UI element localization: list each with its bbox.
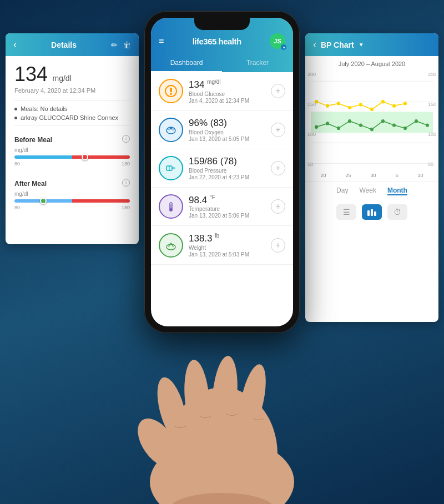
after-meal-unit: mg/dl [14,191,130,197]
svg-rect-35 [170,127,172,129]
after-meal-range: After Meal i mg/dl 80 180 [14,174,130,210]
before-meal-unit: mg/dl [14,147,130,153]
svg-point-10 [359,103,362,106]
clock-view-button[interactable]: ⏱ [387,204,407,220]
tab-day[interactable]: Day [336,187,348,195]
delete-icon[interactable]: 🗑 [123,41,131,49]
left-date: February 4, 2020 at 12:34 PM [14,87,130,94]
left-detail-meals: Meals: No details [14,105,130,112]
temperature-icon [159,194,183,219]
blood-oxygen-info: 96% (83) Blood Oxygen Jan 13, 2020 at 5:… [189,118,265,142]
phone-screen: ≡ life365.health JS ▾ Dashboard Tracker [151,18,293,326]
svg-point-22 [392,123,396,127]
blood-glucose-date: Jan 4, 2020 at 12:34 PM [189,98,265,104]
svg-point-49 [234,362,271,437]
svg-point-23 [403,127,407,130]
time-tabs[interactable]: Day Week Month [305,182,438,200]
right-chart: 20015010050 20015010050 [305,69,438,169]
svg-point-17 [337,127,340,130]
after-meal-label: After Meal [14,180,47,188]
temperature-value: 98.4 °F [189,194,265,206]
user-avatar[interactable]: JS ▾ [270,33,285,49]
svg-point-51 [169,493,275,504]
tab-week[interactable]: Week [359,187,376,195]
weight-label: Weight [189,245,265,251]
svg-point-20 [370,128,374,131]
after-meal-bar [14,199,130,203]
left-header-icons: ✏ 🗑 [111,41,131,49]
list-item: 98.4 °F Temperature Jan 13, 2020 at 5:06… [151,188,293,226]
svg-point-21 [381,119,385,123]
svg-point-16 [326,122,329,125]
svg-point-31 [170,93,172,95]
list-item: 159/86 (78) Blood Pressure Jan 22, 2020 … [151,149,293,188]
phone-body: ≡ life365.health JS ▾ Dashboard Tracker [144,11,300,333]
blood-pressure-add-button[interactable]: + [271,161,285,175]
svg-point-12 [381,100,385,103]
phone-notch [194,18,250,30]
svg-point-43 [170,243,172,245]
x-axis-labels: 202530510 [305,173,438,178]
svg-point-46 [152,374,193,445]
svg-rect-41 [170,204,171,209]
app-nav[interactable]: Dashboard Tracker [151,54,293,72]
svg-rect-30 [170,88,172,92]
weight-add-button[interactable]: + [271,238,285,253]
tab-month[interactable]: Month [387,187,407,195]
blood-pressure-icon [159,156,183,180]
chart-type-buttons[interactable]: ☰ ⏱ [305,200,438,224]
right-panel-title: BP Chart [321,41,354,49]
left-panel: ‹ Details ✏ 🗑 134 mg/dl February 4, 2020… [6,33,139,244]
svg-point-7 [326,104,329,107]
left-value: 134 [14,63,48,85]
edit-icon[interactable]: ✏ [111,41,118,49]
after-meal-ticks: 80 180 [14,205,130,210]
weight-value: 138.3 lb [189,233,265,244]
right-back-button[interactable]: ‹ [313,39,316,51]
list-item: 138.3 lb Weight Jan 13, 2020 at 5:03 PM … [151,226,293,265]
svg-rect-28 [374,211,376,216]
weight-info: 138.3 lb Weight Jan 13, 2020 at 5:03 PM [189,233,265,258]
right-panel-header: ‹ BP Chart ▼ [305,33,438,56]
svg-point-13 [392,104,396,107]
list-item: 134 mg/dl Blood Glucose Jan 4, 2020 at 1… [151,72,293,111]
blood-pressure-value: 159/86 (78) [189,156,265,167]
menu-icon[interactable]: ≡ [159,36,164,46]
temperature-label: Temperature [189,206,265,212]
phone: ≡ life365.health JS ▾ Dashboard Tracker [144,11,300,333]
svg-point-50 [129,411,186,475]
before-meal-bar [14,155,130,159]
temperature-date: Jan 13, 2020 at 5:06 PM [189,213,265,219]
weight-icon [159,233,183,258]
blood-glucose-add-button[interactable]: + [271,84,285,98]
svg-point-19 [359,123,362,127]
before-meal-info-icon[interactable]: i [122,135,130,143]
tab-dashboard[interactable]: Dashboard [151,54,222,72]
svg-point-24 [415,119,418,123]
left-back-button[interactable]: ‹ [13,39,17,51]
blood-oxygen-value: 96% (83) [189,118,265,129]
before-meal-label: Before Meal [14,136,52,144]
bar-chart-button[interactable] [362,204,382,220]
avatar-badge: ▾ [281,44,286,50]
blood-oxygen-add-button[interactable]: + [271,123,285,137]
avatar-initials: JS [274,38,281,44]
blood-pressure-label: Blood Pressure [189,168,265,174]
left-panel-title: Details [51,41,77,49]
weight-date: Jan 13, 2020 at 5:03 PM [189,251,265,258]
svg-point-47 [181,359,213,438]
left-unit: mg/dl [53,74,72,83]
blood-glucose-icon [159,79,183,103]
right-dropdown-arrow[interactable]: ▼ [359,42,364,48]
before-meal-range: Before Meal i mg/dl 80 130 [14,130,130,167]
blood-glucose-label: Blood Glucose [189,91,265,97]
svg-rect-26 [367,210,370,216]
after-meal-info-icon[interactable]: i [122,179,130,187]
svg-point-18 [348,119,351,123]
list-view-button[interactable]: ☰ [336,204,356,220]
svg-point-45 [167,387,278,504]
temperature-add-button[interactable]: + [271,199,285,214]
tab-tracker[interactable]: Tracker [222,54,293,72]
temperature-info: 98.4 °F Temperature Jan 13, 2020 at 5:06… [189,194,265,219]
svg-point-11 [370,108,374,111]
